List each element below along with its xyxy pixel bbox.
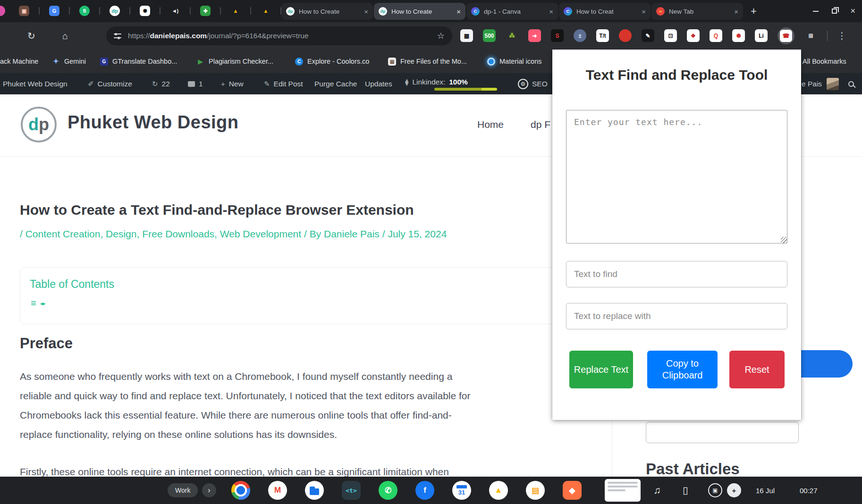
chatgpt-red-icon[interactable]: ✺ bbox=[732, 29, 745, 42]
admin-purge-cache[interactable]: Purge Cache bbox=[314, 73, 357, 94]
find-input[interactable] bbox=[566, 261, 787, 287]
chatgpt-icon[interactable]: ✺ bbox=[140, 6, 150, 16]
author-link[interactable]: Daniele Pais bbox=[324, 228, 380, 239]
site-logo[interactable]: dp bbox=[21, 107, 57, 143]
category-link[interactable]: Free Downloads bbox=[142, 228, 214, 239]
site-title[interactable]: Phuket Web Design bbox=[68, 112, 239, 133]
shelf-time[interactable]: 00:27 bbox=[800, 477, 818, 504]
close-icon[interactable]: × bbox=[549, 8, 553, 16]
resize-grip-icon[interactable] bbox=[781, 237, 787, 243]
bookmark-plagiarism-checker[interactable]: ▶Plagiarism Checker... bbox=[196, 50, 273, 73]
phone-hub-icon[interactable]: ▯ bbox=[683, 477, 688, 504]
whatsapp-icon[interactable]: ✆ bbox=[379, 481, 397, 500]
speaker-icon[interactable]: ◄) bbox=[170, 6, 180, 16]
admin-site-name[interactable]: Phuket Web Design bbox=[3, 73, 68, 94]
window-close-button[interactable]: × bbox=[850, 6, 855, 16]
reload-icon[interactable]: ↻ bbox=[27, 22, 35, 50]
keep-notes-icon[interactable]: ▤ bbox=[526, 481, 545, 500]
admin-customize[interactable]: ✐Customize bbox=[88, 73, 132, 94]
close-icon[interactable]: × bbox=[734, 8, 738, 16]
admin-avatar[interactable] bbox=[827, 73, 839, 94]
search-q-icon[interactable]: Q bbox=[710, 29, 722, 42]
li-extension-icon[interactable]: Li bbox=[755, 29, 768, 42]
all-bookmarks[interactable]: All Bookmarks bbox=[803, 50, 846, 73]
google-translate-icon[interactable]: G bbox=[49, 6, 59, 16]
replace-text-button[interactable]: Replace Text bbox=[569, 351, 633, 388]
desk-expand-button[interactable]: › bbox=[202, 483, 216, 497]
google-drive-icon[interactable]: ▲ bbox=[261, 6, 271, 16]
admin-updates-badge[interactable]: ↻22 bbox=[152, 73, 170, 94]
browser-menu-icon[interactable]: ⋮ bbox=[837, 30, 846, 41]
text-app-icon[interactable]: <t> bbox=[342, 481, 361, 500]
s-brand-icon[interactable]: S bbox=[551, 29, 564, 42]
tab-how-to-create-active[interactable]: dp How to Create × bbox=[374, 3, 465, 20]
popup-textarea[interactable] bbox=[566, 110, 787, 244]
pomodoro-icon[interactable] bbox=[619, 29, 632, 42]
close-icon[interactable]: × bbox=[456, 8, 461, 16]
extensions-puzzle-icon[interactable]: ⊞ bbox=[804, 29, 817, 42]
notes-icon[interactable]: ✎ bbox=[642, 29, 654, 42]
pinned-tab-partial[interactable] bbox=[0, 6, 5, 16]
category-link[interactable]: Web Development bbox=[220, 228, 301, 239]
admin-comments[interactable]: 1 bbox=[188, 73, 203, 94]
design-tool-icon[interactable]: ➜ bbox=[528, 29, 541, 42]
calendar-icon[interactable]: 31 bbox=[452, 481, 471, 500]
nav-home[interactable]: Home bbox=[477, 119, 504, 130]
dp-site-icon[interactable]: dp bbox=[110, 6, 120, 16]
minimize-button[interactable] bbox=[813, 11, 819, 12]
url-text[interactable]: https://danielepais.com/journal/?p=6164&… bbox=[128, 32, 431, 40]
pinned-tab-photos-icon[interactable]: ▣ bbox=[19, 6, 29, 16]
connector-icon[interactable]: ⁂ bbox=[506, 29, 518, 42]
screenshot-preview-tile[interactable] bbox=[605, 479, 641, 502]
new-tab-button[interactable]: + bbox=[751, 5, 757, 17]
sidebar-search-input[interactable] bbox=[646, 422, 799, 443]
close-icon[interactable]: × bbox=[642, 8, 646, 16]
nav-partial[interactable]: dp F bbox=[531, 119, 550, 130]
admin-edit-post[interactable]: ✎Edit Post bbox=[264, 73, 303, 94]
bookmark-gemini[interactable]: ✦Gemini bbox=[52, 50, 86, 73]
facebook-icon[interactable]: f bbox=[415, 481, 434, 500]
password-manager-icon[interactable]: ⊡ bbox=[664, 29, 677, 42]
bookmark-free-files[interactable]: ▤Free Files of the Mo... bbox=[388, 50, 467, 73]
find-replace-extension-active[interactable]: ☎ bbox=[777, 27, 794, 44]
toc-toggle-icon[interactable]: ◂▸ bbox=[40, 300, 46, 307]
desk-work-pill[interactable]: Work bbox=[168, 483, 198, 497]
calculator-icon[interactable]: ± bbox=[574, 29, 586, 42]
replace-input[interactable] bbox=[566, 303, 787, 329]
red-stamp-icon[interactable]: ❖ bbox=[687, 29, 700, 42]
category-link[interactable]: Design bbox=[106, 228, 136, 239]
home-icon[interactable]: ⌂ bbox=[62, 22, 68, 50]
orange-app-icon[interactable]: ◆ bbox=[563, 481, 582, 500]
sheets-cross-icon[interactable]: ✚ bbox=[200, 6, 211, 16]
gmail-icon[interactable]: M bbox=[268, 481, 287, 500]
restore-button[interactable] bbox=[832, 8, 837, 14]
site-settings-icon[interactable] bbox=[114, 33, 121, 39]
bookmark-gtranslate[interactable]: GGTranslate Dashbo... bbox=[100, 50, 177, 73]
chrome-icon[interactable] bbox=[231, 481, 250, 500]
google-drive-icon[interactable]: ▲ bbox=[230, 6, 241, 16]
admin-seo[interactable]: ⚙SEO bbox=[518, 73, 548, 94]
close-icon[interactable]: × bbox=[364, 8, 368, 16]
bookmark-wayback-machine[interactable]: ack Machine bbox=[0, 50, 38, 73]
toc-list-icon[interactable]: ≡ bbox=[31, 298, 36, 309]
admin-account[interactable]: e Pais bbox=[802, 73, 822, 94]
tab-how-to-create-1[interactable]: dp How to Create × bbox=[281, 3, 373, 20]
reset-button[interactable]: Reset bbox=[729, 351, 785, 388]
admin-new[interactable]: +New bbox=[221, 73, 244, 94]
bookmark-coolors[interactable]: CExplore - Coolors.co bbox=[295, 50, 369, 73]
apps-grid-icon[interactable]: ▦ bbox=[460, 29, 473, 42]
tab-how-to-create-2[interactable]: C How to Creat × bbox=[559, 3, 651, 20]
url-bar[interactable]: https://danielepais.com/journal/?p=6164&… bbox=[106, 26, 452, 45]
category-link[interactable]: Content Creation bbox=[25, 228, 101, 239]
find-replace-extension-icon[interactable]: ☎ bbox=[780, 30, 792, 42]
text-case-icon[interactable]: T/t bbox=[596, 29, 609, 42]
fiverr-icon[interactable]: fi bbox=[79, 6, 90, 16]
drive-icon[interactable]: ▲ bbox=[489, 481, 508, 500]
add-note-icon[interactable]: + bbox=[727, 483, 741, 497]
files-icon[interactable] bbox=[305, 481, 324, 500]
seo-500-icon[interactable]: 500 bbox=[483, 29, 496, 42]
bookmark-star-icon[interactable]: ☆ bbox=[437, 31, 445, 41]
admin-updates[interactable]: Updates bbox=[365, 73, 392, 94]
admin-search[interactable] bbox=[848, 73, 854, 94]
screen-capture-icon[interactable]: ▣ bbox=[708, 483, 722, 497]
